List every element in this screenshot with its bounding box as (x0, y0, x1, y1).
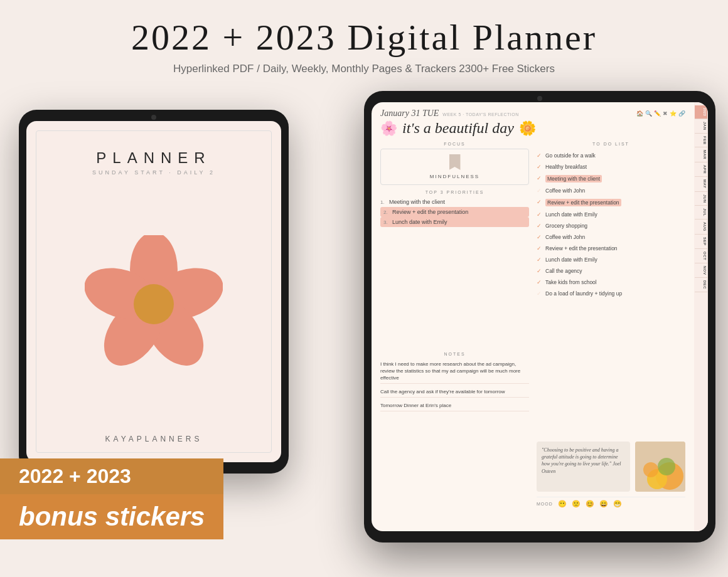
todo-check-8: ✓ (537, 234, 543, 240)
sidebar-tab-dec[interactable]: DEC (695, 278, 707, 292)
date-area: January 31 TUE WEEK 5 · TODAY'S REFLECTI… (380, 109, 519, 119)
todo-item-8: ✓ Coffee with John (537, 233, 685, 241)
todo-check-2: ✓ (537, 164, 543, 170)
todo-check-9: ✓ (537, 245, 543, 251)
todo-item-7: ✓ Grocery shopping (537, 221, 685, 230)
notes-label: NOTES (380, 352, 529, 356)
todo-item-4: ✓ Coffee with John (537, 186, 685, 195)
sidebar-tab-sep[interactable]: SEP (695, 235, 707, 249)
sidebar-tab-may[interactable]: MAY (695, 177, 707, 191)
todo-text-3: Meeting with the client (545, 175, 602, 183)
left-column: FOCUS MINDFULNESS TOP 3 PRIORITIES (380, 142, 529, 508)
sidebar-tab-aug[interactable]: AUG (695, 220, 707, 235)
sidebar-tab-jan[interactable]: JAN (695, 119, 707, 134)
todo-text-1: Go outside for a walk (545, 152, 596, 159)
mood-emoji-4: 😄 (599, 500, 608, 508)
todo-item-12: ✓ Take kids from school (537, 278, 685, 287)
todo-check-5: ✓ (537, 199, 543, 205)
todo-check-13: ✓ (537, 290, 543, 297)
left-tablet-camera (151, 115, 156, 120)
header-icons: 🏠 🔍 ✏️ ✖ ⭐ 🔗 (636, 110, 685, 117)
todo-item-3: ✓ Meeting with the client (537, 174, 685, 184)
todo-check-1: ✓ (537, 152, 543, 159)
sidebar-tab-2023[interactable]: 2023 (695, 105, 707, 119)
todo-text-10: Lunch date with Emily (545, 257, 597, 263)
priorities-section: TOP 3 PRIORITIES 1. Meeting with the cli… (380, 190, 529, 347)
todo-check-7: ✓ (537, 223, 543, 229)
todo-item-2: ✓ Healthy breakfast (537, 162, 685, 171)
priority-2: 2. Review + edit the presentation (380, 207, 529, 217)
mood-row: MOOD 😶 🙁 😊 😄 😁 (537, 497, 685, 508)
planner-title: PLANNER (92, 149, 215, 167)
sub-title: Hyperlinked PDF / Daily, Weekly, Monthly… (0, 63, 728, 75)
mood-emoji-1: 😶 (558, 500, 567, 508)
left-tablet: PLANNER SUNDAY START · DAILY 2 (19, 110, 289, 474)
right-tablet: January 31 TUE WEEK 5 · TODAY'S REFLECTI… (364, 91, 715, 543)
todo-check-11: ✓ (537, 268, 543, 274)
sidebar-tab-oct[interactable]: OCT (695, 249, 707, 263)
priority-1: 1. Meeting with the client (380, 197, 529, 207)
todo-item-11: ✓ Call the agency (537, 267, 685, 275)
priority-text-1: Meeting with the client (389, 199, 445, 205)
quote-box: "Choosing to be positive and having a gr… (537, 442, 630, 492)
star-icon: ⭐ (670, 110, 677, 117)
two-column-layout: FOCUS MINDFULNESS TOP 3 PRIORITIES (380, 142, 685, 508)
year-badge: 2022 + 2023 (0, 458, 223, 494)
priority-num-1: 1. (380, 199, 387, 205)
todo-header: TO DO LIST (537, 142, 685, 146)
todo-text-4: Coffee with John (545, 188, 585, 194)
quote-image-area: "Choosing to be positive and having a gr… (537, 442, 685, 492)
sidebar-tab-mar[interactable]: MAR (695, 147, 707, 162)
svg-point-9 (658, 458, 675, 475)
todo-text-7: Grocery shopping (545, 223, 587, 229)
tablets-area: PLANNER SUNDAY START · DAILY 2 (0, 91, 728, 577)
sidebar-tab-apr[interactable]: APR (695, 162, 707, 177)
priority-num-2: 2. (383, 209, 390, 215)
planner-cover: PLANNER SUNDAY START · DAILY 2 (26, 121, 281, 462)
focus-section: FOCUS MINDFULNESS (380, 142, 529, 185)
citrus-image (635, 442, 685, 492)
focus-bookmark (449, 154, 461, 170)
page-date: January 31 TUE (380, 109, 439, 119)
left-tablet-screen: PLANNER SUNDAY START · DAILY 2 (26, 121, 281, 462)
sidebar-tab-jul[interactable]: JUL (695, 206, 707, 220)
todo-item-13: ✓ Do a load of laundry + tidying up (537, 289, 685, 298)
priority-text-2: Review + edit the presentation (392, 209, 468, 215)
notes-section: NOTES I think I need to make more resear… (380, 352, 529, 509)
todo-text-8: Coffee with John (545, 234, 585, 240)
todo-check-4: ✓ (537, 188, 543, 194)
todo-item-1: ✓ Go outside for a walk (537, 151, 685, 160)
note-1: I think I need to make more research abo… (380, 359, 529, 384)
page-sidebar: 2023 JAN FEB MAR APR MAY JUN JUL AUG SEP… (694, 102, 708, 531)
planner-page: January 31 TUE WEEK 5 · TODAY'S REFLECTI… (372, 102, 708, 531)
priority-text-3: Lunch date with Emily (392, 219, 447, 225)
priorities-label: TOP 3 PRIORITIES (380, 190, 529, 194)
cover-flower (85, 235, 223, 376)
mood-emoji-3: 😊 (586, 500, 594, 508)
focus-text: MINDFULNESS (386, 174, 523, 179)
todo-text-5: Review + edit the presentation (545, 199, 621, 206)
home-icon: 🏠 (636, 110, 643, 117)
planner-brand: KAYAPLANNERS (105, 435, 203, 443)
search-icon: 🔍 (645, 110, 652, 117)
todo-check-3: ✓ (537, 175, 543, 181)
todo-item-10: ✓ Lunch date with Emily (537, 255, 685, 264)
focus-label: FOCUS (380, 142, 529, 146)
sidebar-tab-nov[interactable]: NOV (695, 263, 707, 278)
todo-item-6: ✓ Lunch date with Emily (537, 210, 685, 219)
sidebar-tab-feb[interactable]: FEB (695, 134, 707, 148)
mood-label: MOOD (537, 502, 553, 506)
right-column: TO DO LIST ✓ Go outside for a walk ✓ Hea… (537, 142, 685, 508)
flower-right-icon: 🌼 (519, 120, 536, 137)
page-top-row: January 31 TUE WEEK 5 · TODAY'S REFLECTI… (380, 109, 685, 119)
todo-text-9: Review + edit the presentation (545, 245, 618, 251)
flower-left-icon: 🌸 (380, 120, 397, 137)
right-tablet-screen: January 31 TUE WEEK 5 · TODAY'S REFLECTI… (372, 102, 708, 531)
page-main: January 31 TUE WEEK 5 · TODAY'S REFLECTI… (372, 102, 694, 531)
note-3: Tomorrow Dinner at Erin's place (380, 400, 529, 411)
bonus-sticker-badge: bonus stickers (0, 494, 223, 539)
sidebar-tab-jun[interactable]: JUN (695, 192, 707, 206)
beautiful-day-heading: 🌸 it's a beautiful day 🌼 (380, 120, 685, 137)
page-background: 2022 + 2023 Digital Planner Hyperlinked … (0, 0, 728, 577)
todo-item-5: ✓ Review + edit the presentation (537, 198, 685, 208)
